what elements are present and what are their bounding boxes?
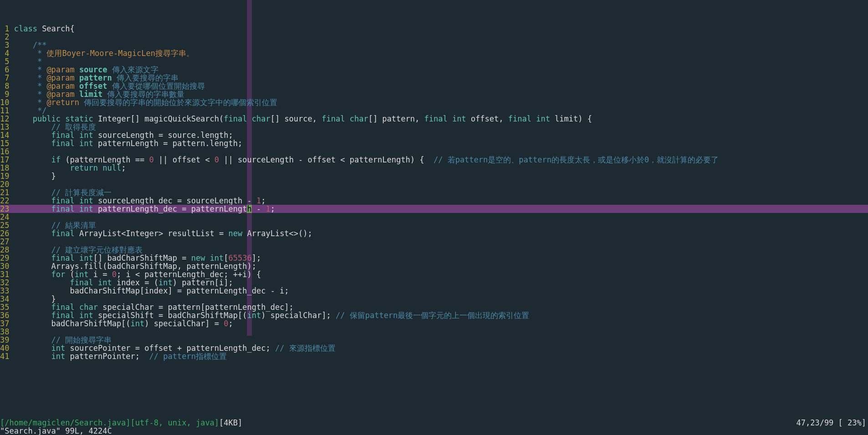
line-number: 41 xyxy=(0,352,9,360)
line-number: 10 xyxy=(0,98,9,106)
code-text[interactable]: * @return 傳回要搜尋的字串的開始位於來源文字中的哪個索引位置 xyxy=(14,98,278,107)
code-text[interactable]: * @param limit 傳入要搜尋的字串數量 xyxy=(14,90,185,99)
code-line[interactable]: 37 badCharShiftMap[(int) specialChar] = … xyxy=(0,319,868,328)
code-line[interactable]: 29 final int[] badCharShiftMap = new int… xyxy=(0,254,868,262)
status-encoding: [utf-8, unix, java] xyxy=(131,418,220,427)
code-text[interactable]: return null; xyxy=(14,163,126,172)
code-line[interactable]: 40 int sourcePointer = offset + patternL… xyxy=(0,344,868,352)
code-line[interactable]: 21 // 計算長度減一 xyxy=(0,188,868,197)
code-line[interactable]: 20 xyxy=(0,180,868,188)
code-line[interactable]: 25 // 結果清單 xyxy=(0,221,868,229)
code-text[interactable]: // 建立壞字元位移對應表 xyxy=(14,245,143,254)
code-line[interactable]: 6 * @param source 傳入來源文字 xyxy=(0,66,868,74)
code-line[interactable]: 23 final int patternLength_dec = pattern… xyxy=(0,205,868,213)
code-line[interactable]: 13 // 取得長度 xyxy=(0,123,868,131)
code-text[interactable]: } xyxy=(14,172,56,181)
line-number: 21 xyxy=(0,188,9,197)
line-number: 36 xyxy=(0,311,9,319)
line-number: 40 xyxy=(0,344,9,352)
code-text[interactable]: public static Integer[] magicQuickSearch… xyxy=(14,114,592,123)
code-text[interactable]: * @param source 傳入來源文字 xyxy=(14,65,158,74)
code-text[interactable]: int patternPointer; // pattern指標位置 xyxy=(14,352,227,361)
code-line[interactable]: 32 final int index = (int) pattern[i]; xyxy=(0,278,868,287)
status-line: [/home/magiclen/Search.java][utf-8, unix… xyxy=(0,419,868,427)
code-line[interactable]: 2 xyxy=(0,33,868,41)
code-line[interactable]: 3 /** xyxy=(0,41,868,49)
line-number: 23 xyxy=(0,205,9,213)
status-size: [4KB] xyxy=(219,418,242,427)
line-number: 24 xyxy=(0,213,9,221)
code-text[interactable]: * @param pattern 傳入要搜尋的字串 xyxy=(14,73,179,82)
line-number: 34 xyxy=(0,295,9,303)
code-text[interactable]: // 結果清單 xyxy=(14,221,97,230)
code-text[interactable]: // 開始搜尋字串 xyxy=(14,335,112,344)
line-number: 33 xyxy=(0,287,9,295)
code-line[interactable]: 9 * @param limit 傳入要搜尋的字串數量 xyxy=(0,90,868,98)
code-line[interactable]: 22 final int sourceLength_dec = sourceLe… xyxy=(0,197,868,205)
code-text[interactable]: * @param offset 傳入要從哪個位置開始搜尋 xyxy=(14,81,205,91)
code-line[interactable]: 30 Arrays.fill(badCharShiftMap, patternL… xyxy=(0,262,868,270)
code-line[interactable]: 38 xyxy=(0,328,868,336)
code-line[interactable]: 12 public static Integer[] magicQuickSea… xyxy=(0,115,868,123)
code-text[interactable]: final int specialShift = badCharShiftMap… xyxy=(14,311,530,320)
code-lines-container[interactable]: 1class Search{23 /**4 * 使用Boyer-Moore-Ma… xyxy=(0,25,868,360)
line-number: 11 xyxy=(0,106,9,115)
code-text[interactable]: } xyxy=(14,294,56,303)
code-line[interactable]: 11 */ xyxy=(0,106,868,115)
code-line[interactable]: 26 final ArrayList<Integer> resultList =… xyxy=(0,229,868,238)
code-text[interactable]: final int patternLength_dec = patternLen… xyxy=(14,204,275,213)
code-line[interactable]: 24 xyxy=(0,213,868,221)
line-number: 13 xyxy=(0,123,9,131)
line-number: 31 xyxy=(0,270,9,278)
code-text[interactable]: final int index = (int) pattern[i]; xyxy=(14,278,233,287)
code-line[interactable]: 41 int patternPointer; // pattern指標位置 xyxy=(0,352,868,360)
line-number: 5 xyxy=(0,57,9,66)
code-line[interactable]: 8 * @param offset 傳入要從哪個位置開始搜尋 xyxy=(0,82,868,90)
code-text[interactable]: class Search{ xyxy=(14,24,75,33)
line-number: 32 xyxy=(0,278,9,287)
code-line[interactable]: 5 * xyxy=(0,57,868,66)
code-text[interactable]: Arrays.fill(badCharShiftMap, patternLeng… xyxy=(14,262,256,271)
code-text[interactable]: if (patternLength == 0 || offset < 0 || … xyxy=(14,155,719,164)
code-line[interactable]: 16 xyxy=(0,147,868,156)
code-line[interactable]: 36 final int specialShift = badCharShift… xyxy=(0,311,868,319)
code-text[interactable]: * xyxy=(14,57,42,66)
code-text[interactable]: final int patternLength = pattern.length… xyxy=(14,139,243,148)
code-line[interactable]: 14 final int sourceLength = source.lengt… xyxy=(0,131,868,139)
code-text[interactable]: int sourcePointer = offset + patternLeng… xyxy=(14,344,336,353)
code-line[interactable]: 33 badCharShiftMap[index] = patternLengt… xyxy=(0,287,868,295)
code-text[interactable]: for (int i = 0; i < patternLength_dec; +… xyxy=(14,270,261,279)
code-line[interactable]: 17 if (patternLength == 0 || offset < 0 … xyxy=(0,156,868,164)
code-line[interactable]: 15 final int patternLength = pattern.len… xyxy=(0,139,868,147)
code-line[interactable]: 31 for (int i = 0; i < patternLength_dec… xyxy=(0,270,868,278)
code-text[interactable]: // 取得長度 xyxy=(14,122,97,132)
code-text[interactable]: final int sourceLength = source.length; xyxy=(14,131,233,140)
code-line[interactable]: 34 } xyxy=(0,295,868,303)
code-line[interactable]: 4 * 使用Boyer-Moore-MagicLen搜尋字串。 xyxy=(0,49,868,57)
line-number: 25 xyxy=(0,221,9,229)
code-text[interactable]: badCharShiftMap[index] = patternLength_d… xyxy=(14,286,289,295)
code-line[interactable]: 7 * @param pattern 傳入要搜尋的字串 xyxy=(0,74,868,82)
line-number: 30 xyxy=(0,262,9,270)
code-line[interactable]: 10 * @return 傳回要搜尋的字串的開始位於來源文字中的哪個索引位置 xyxy=(0,98,868,106)
code-text[interactable]: */ xyxy=(14,106,47,115)
code-text[interactable]: final int[] badCharShiftMap = new int[65… xyxy=(14,253,261,263)
code-line[interactable]: 39 // 開始搜尋字串 xyxy=(0,336,868,344)
line-number: 8 xyxy=(0,82,9,90)
code-editor[interactable]: 1class Search{23 /**4 * 使用Boyer-Moore-Ma… xyxy=(0,0,868,435)
code-text[interactable]: badCharShiftMap[(int) specialChar] = 0; xyxy=(14,319,233,328)
command-line[interactable]: "Search.java" 99L, 4224C xyxy=(0,427,868,435)
code-line[interactable]: 28 // 建立壞字元位移對應表 xyxy=(0,246,868,254)
code-line[interactable]: 19 } xyxy=(0,172,868,180)
code-line[interactable]: 18 return null; xyxy=(0,164,868,172)
code-text[interactable]: final ArrayList<Integer> resultList = ne… xyxy=(14,229,312,238)
code-line[interactable]: 1class Search{ xyxy=(0,25,868,33)
code-line[interactable]: 27 xyxy=(0,238,868,246)
code-text[interactable]: // 計算長度減一 xyxy=(14,188,112,197)
code-text[interactable]: final int sourceLength_dec = sourceLengt… xyxy=(14,196,266,205)
code-line[interactable]: 35 final char specialChar = pattern[patt… xyxy=(0,303,868,311)
code-text[interactable]: final char specialChar = pattern[pattern… xyxy=(14,303,294,312)
code-text[interactable]: /** xyxy=(14,40,47,50)
line-number: 38 xyxy=(0,328,9,336)
code-text[interactable]: * 使用Boyer-Moore-MagicLen搜尋字串。 xyxy=(14,49,194,58)
